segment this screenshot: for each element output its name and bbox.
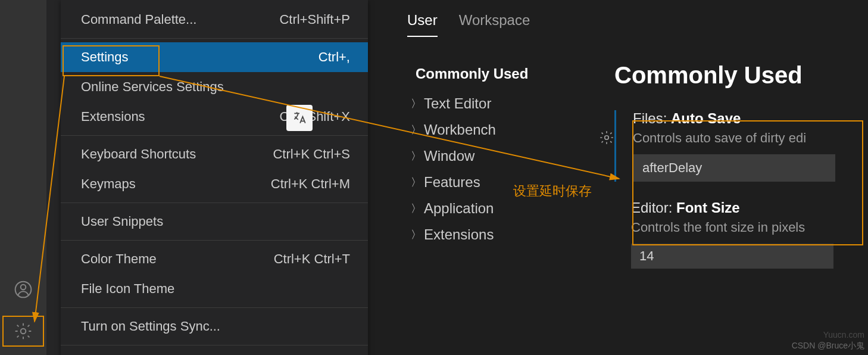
page-title: Commonly Used bbox=[614, 62, 868, 89]
setting-title: Editor: Font Size bbox=[631, 200, 868, 216]
tab-workspace[interactable]: Workspace bbox=[459, 12, 530, 37]
activity-bar bbox=[0, 0, 46, 355]
menu-separator bbox=[61, 240, 368, 241]
settings-tree: Commonly Used 〉Text Editor 〉Workbench 〉W… bbox=[405, 62, 614, 269]
chevron-right-icon: 〉 bbox=[411, 175, 419, 189]
menu-extensions[interactable]: Extensions Ctrl+Shift+X bbox=[61, 102, 368, 132]
menu-separator bbox=[61, 135, 368, 136]
menu-settings-sync[interactable]: Turn on Settings Sync... bbox=[61, 312, 368, 341]
menu-label: Keymaps bbox=[81, 176, 136, 192]
menu-shortcut: Ctrl+Shift+P bbox=[279, 12, 350, 27]
chevron-right-icon: 〉 bbox=[411, 149, 419, 163]
tree-header[interactable]: Commonly Used bbox=[405, 62, 614, 91]
menu-user-snippets[interactable]: User Snippets bbox=[61, 207, 368, 236]
chevron-right-icon: 〉 bbox=[411, 123, 419, 137]
svg-point-1 bbox=[21, 285, 26, 290]
menu-label: Turn on Settings Sync... bbox=[81, 319, 220, 334]
menu-check-updates[interactable]: Check for Updates... bbox=[61, 349, 368, 355]
menu-label: Command Palette... bbox=[81, 12, 196, 27]
setting-description: Controls the font size in pixels bbox=[631, 220, 868, 235]
menu-label: Extensions bbox=[81, 109, 145, 124]
translate-icon[interactable] bbox=[286, 105, 313, 131]
autosave-dropdown[interactable]: afterDelay bbox=[633, 154, 835, 182]
tree-item-workbench[interactable]: 〉Workbench bbox=[405, 117, 614, 143]
manage-gear-highlight bbox=[2, 316, 44, 347]
setting-gear-icon[interactable] bbox=[599, 130, 614, 148]
menu-command-palette[interactable]: Command Palette... Ctrl+Shift+P bbox=[61, 5, 368, 35]
chevron-right-icon: 〉 bbox=[411, 201, 419, 216]
chevron-right-icon: 〉 bbox=[411, 96, 419, 111]
menu-separator bbox=[61, 307, 368, 308]
tab-user[interactable]: User bbox=[407, 12, 438, 37]
watermark: Yuucn.com bbox=[823, 330, 864, 340]
menu-separator bbox=[61, 38, 368, 39]
menu-keymaps[interactable]: Keymaps Ctrl+K Ctrl+M bbox=[61, 169, 368, 199]
account-icon[interactable] bbox=[14, 280, 33, 299]
annotation-text: 设置延时保存 bbox=[513, 182, 592, 200]
menu-label: Settings bbox=[81, 49, 129, 65]
menu-label: User Snippets bbox=[81, 214, 163, 229]
gear-icon[interactable] bbox=[14, 322, 33, 341]
settings-content: Commonly Used Files: Auto Save Controls … bbox=[614, 62, 868, 269]
menu-online-services[interactable]: Online Services Settings bbox=[61, 72, 368, 102]
menu-label: File Icon Theme bbox=[81, 281, 174, 297]
menu-separator bbox=[61, 345, 368, 345]
menu-shortcut: Ctrl+K Ctrl+S bbox=[273, 147, 350, 162]
settings-editor: User Workspace Commonly Used 〉Text Edito… bbox=[388, 0, 868, 355]
menu-shortcut: Ctrl+, bbox=[319, 49, 350, 65]
setting-title: Files: Auto Save bbox=[633, 110, 868, 127]
tree-item-window[interactable]: 〉Window bbox=[405, 143, 614, 169]
tree-item-text-editor[interactable]: 〉Text Editor bbox=[405, 91, 614, 117]
tree-item-extensions[interactable]: 〉Extensions bbox=[405, 222, 614, 248]
watermark: CSDN @Bruce小鬼 bbox=[792, 341, 864, 351]
menu-label: Color Theme bbox=[81, 251, 157, 267]
setting-editor-fontsize: Editor: Font Size Controls the font size… bbox=[614, 200, 868, 269]
settings-tabs: User Workspace bbox=[405, 12, 868, 37]
menu-label: Online Services Settings bbox=[81, 79, 224, 95]
sidebar-background bbox=[46, 0, 61, 355]
menu-shortcut: Ctrl+K Ctrl+T bbox=[274, 251, 350, 267]
menu-settings[interactable]: Settings Ctrl+, bbox=[61, 42, 368, 72]
svg-point-2 bbox=[21, 329, 26, 334]
menu-color-theme[interactable]: Color Theme Ctrl+K Ctrl+T bbox=[61, 244, 368, 274]
chevron-right-icon: 〉 bbox=[411, 228, 419, 242]
menu-label: Keyboard Shortcuts bbox=[81, 147, 196, 162]
menu-file-icon-theme[interactable]: File Icon Theme bbox=[61, 274, 368, 304]
fontsize-input[interactable]: 14 bbox=[631, 244, 833, 269]
menu-separator bbox=[61, 203, 368, 203]
manage-menu: Command Palette... Ctrl+Shift+P Settings… bbox=[61, 0, 368, 355]
setting-files-autosave: Files: Auto Save Controls auto save of d… bbox=[614, 110, 868, 182]
menu-shortcut: Ctrl+K Ctrl+M bbox=[271, 176, 350, 192]
setting-description: Controls auto save of dirty edi bbox=[633, 130, 868, 146]
svg-point-3 bbox=[605, 136, 609, 140]
menu-keyboard-shortcuts[interactable]: Keyboard Shortcuts Ctrl+K Ctrl+S bbox=[61, 139, 368, 169]
